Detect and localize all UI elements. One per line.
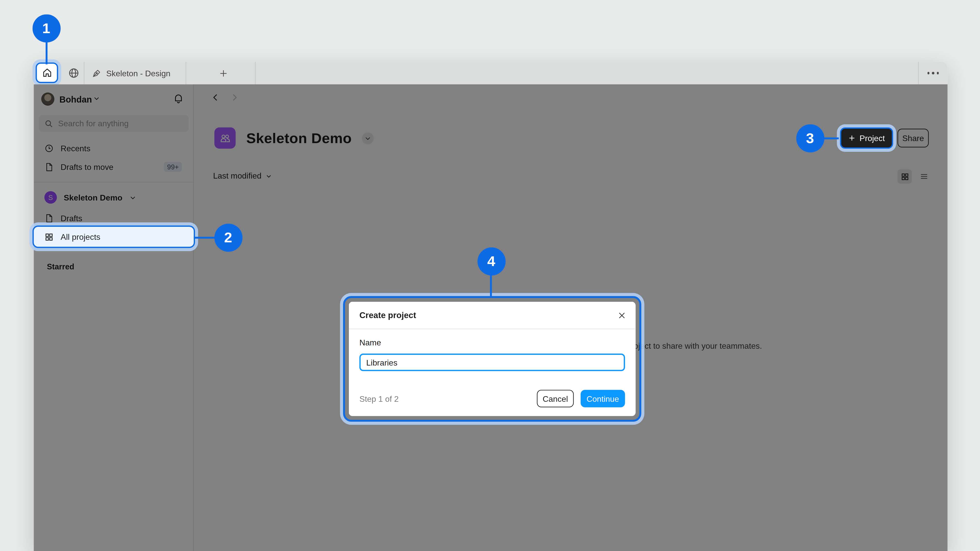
project-button[interactable]: Project xyxy=(840,127,893,149)
create-project-modal: Create project Name Step 1 of 2 Cancel C… xyxy=(349,302,636,416)
grid-icon xyxy=(45,232,54,241)
marker-1-connector xyxy=(45,41,47,65)
pen-nib-icon xyxy=(92,68,101,78)
create-project-modal-highlight: Create project Name Step 1 of 2 Cancel C… xyxy=(343,296,641,422)
cancel-button[interactable]: Cancel xyxy=(537,390,574,407)
name-field-label: Name xyxy=(360,338,625,348)
new-tab-button[interactable] xyxy=(191,62,255,84)
file-tab-label: Skeleton - Design xyxy=(106,68,170,78)
marker-1: 1 xyxy=(32,14,60,42)
modal-body: Name xyxy=(349,329,636,371)
globe-icon xyxy=(68,67,80,79)
tab-divider xyxy=(255,62,256,84)
marker-3-connector xyxy=(822,137,839,139)
close-button[interactable] xyxy=(616,309,628,322)
marker-2-connector xyxy=(194,237,215,238)
tab-divider xyxy=(186,62,186,84)
marker-2: 2 xyxy=(214,224,242,251)
modal-footer: Step 1 of 2 Cancel Continue xyxy=(349,390,636,407)
marker-3: 3 xyxy=(796,124,824,152)
file-tab[interactable]: Skeleton - Design xyxy=(84,62,186,84)
home-icon xyxy=(41,67,52,78)
sidebar-item-all-projects[interactable]: All projects xyxy=(32,225,195,248)
ellipsis-icon xyxy=(928,72,939,74)
modal-header: Create project xyxy=(349,302,636,329)
marker-4-connector xyxy=(490,274,492,297)
plus-icon xyxy=(218,68,228,78)
marker-4: 4 xyxy=(477,247,505,275)
continue-button[interactable]: Continue xyxy=(581,390,625,407)
step-indicator: Step 1 of 2 xyxy=(360,394,399,403)
community-tab[interactable] xyxy=(65,62,83,84)
window-menu-button[interactable] xyxy=(919,62,948,84)
x-icon xyxy=(617,311,626,320)
sidebar-item-label: All projects xyxy=(61,232,100,241)
plus-icon xyxy=(848,135,856,142)
page: Skeleton - Design Bohdan xyxy=(0,0,980,551)
home-tab[interactable] xyxy=(36,62,58,83)
project-button-label: Project xyxy=(859,133,885,143)
project-name-input[interactable] xyxy=(360,354,625,371)
modal-title: Create project xyxy=(360,310,416,320)
tab-bar: Skeleton - Design xyxy=(34,62,947,84)
